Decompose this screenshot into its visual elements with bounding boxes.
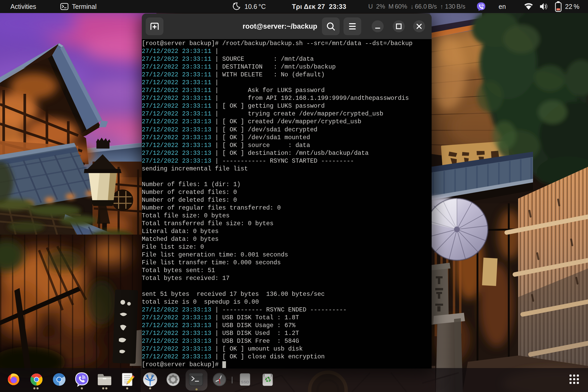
svg-text:SSD: SSD (241, 380, 249, 384)
